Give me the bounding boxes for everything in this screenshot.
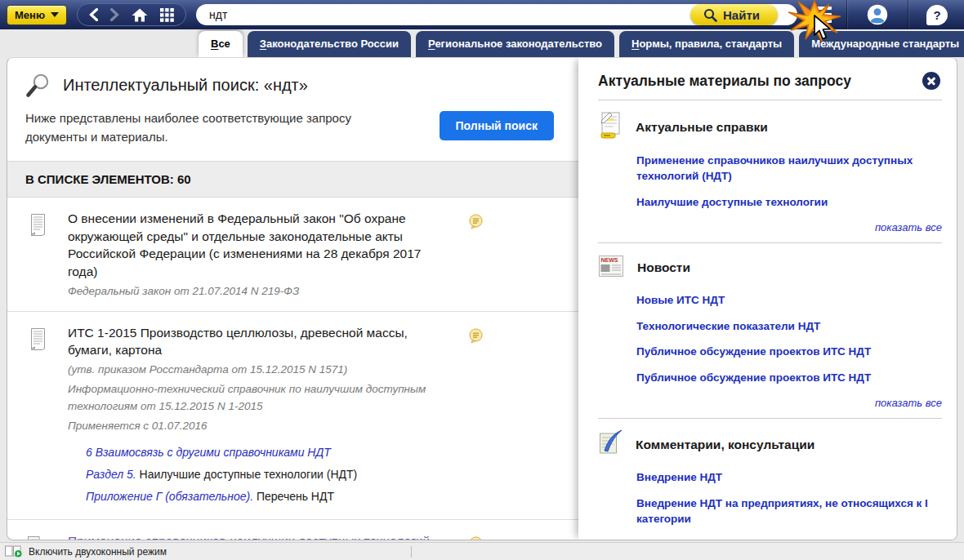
magnifier-icon	[25, 73, 51, 98]
result-sublinks: 6 Взаимосвязь с другими справочниками НД…	[86, 442, 452, 509]
panel-section: NEWSНовостиНовые ИТС НДТТехнологические …	[598, 242, 942, 410]
topbar: Меню Найти	[0, 0, 964, 29]
result-body: Применение справочников наилучших доступ…	[68, 532, 452, 540]
chevron-down-icon	[51, 12, 59, 17]
search-results-column: Интеллектуальный поиск: «ндт» Ниже предс…	[7, 58, 578, 540]
result-meta: (утв. приказом Росстандарта от 15.12.201…	[68, 362, 452, 379]
panel-link[interactable]: Наилучшие доступные технологии	[636, 195, 942, 211]
result-sublink: Раздел 5. Наилучшие доступные технологии…	[86, 464, 452, 486]
help-glyph: ?	[933, 8, 940, 22]
search-head: Интеллектуальный поиск: «ндт» Ниже предс…	[7, 58, 578, 146]
tab-4[interactable]: Международные стандарты	[799, 31, 964, 57]
topbar-divider	[908, 0, 908, 29]
search-subtitle: Ниже представлены наиболее соответствующ…	[25, 109, 385, 146]
panel-link[interactable]: Публичное обсуждение проектов ИТС НДТ	[636, 344, 942, 360]
copies-icon	[7, 532, 68, 540]
tab-3[interactable]: Нормы, правила, стандарты	[619, 31, 794, 57]
comment-icon[interactable]	[468, 536, 484, 540]
result-title[interactable]: Применение справочников наилучших доступ…	[68, 532, 452, 540]
result-meta: Информационно-технический справочник по …	[68, 381, 452, 416]
page-title: Интеллектуальный поиск: «ндт»	[63, 76, 308, 95]
result-list: О внесении изменений в Федеральный закон…	[7, 198, 578, 540]
comment-cell	[452, 210, 499, 300]
statusbar-divider	[411, 546, 412, 558]
svg-text:NEWS: NEWS	[601, 257, 618, 263]
result-sublink-rest: Наилучшие доступные технологии (НДТ)	[136, 468, 358, 481]
result-title[interactable]: О внесении изменений в Федеральный закон…	[68, 210, 452, 281]
find-button[interactable]: Найти	[690, 4, 778, 25]
list-item: Применение справочников наилучших доступ…	[7, 520, 578, 540]
result-meta: Федеральный закон от 21.07.2014 N 219-ФЗ	[68, 283, 452, 300]
result-sublink-rest: Перечень НДТ	[253, 490, 334, 503]
panel-section-head: Актуальные справки	[598, 111, 942, 143]
result-sublink: Приложение Г (обязательное). Перечень НД…	[86, 486, 452, 508]
apps-grid-icon[interactable]	[160, 8, 174, 22]
panel-link[interactable]: Публичное обсуждение проектов ИТС НДТ	[636, 371, 942, 386]
panel-section-title: Комментарии, консультации	[636, 438, 814, 452]
list-count-header: В СПИСКЕ ЭЛЕМЕНТОВ: 60	[7, 161, 578, 198]
home-icon[interactable]	[132, 8, 148, 22]
show-all-link[interactable]: показать все	[598, 397, 942, 409]
panel-title: Актуальные материалы по запросу	[598, 73, 851, 90]
user-profile-icon[interactable]	[857, 4, 898, 25]
menu-button-label: Меню	[15, 9, 45, 21]
topbar-divider	[846, 0, 847, 29]
panel-link[interactable]: Внедрение НДТ	[636, 470, 942, 486]
panel-link[interactable]: Новые ИТС НДТ	[636, 293, 942, 309]
result-sublink: 6 Взаимосвязь с другими справочниками НД…	[86, 442, 452, 464]
full-search-button[interactable]: Полный поиск	[440, 111, 554, 140]
panel-section-title: Актуальные справки	[636, 120, 768, 135]
statusbar: Включить двухоконный режим	[0, 542, 964, 560]
news-icon: NEWS	[598, 254, 625, 282]
search-icon	[703, 8, 717, 22]
back-icon[interactable]	[89, 8, 98, 21]
dual-window-icon[interactable]	[5, 545, 23, 558]
result-meta: Применяется с 01.07.2016	[68, 418, 452, 435]
panel-section: Комментарии, консультацииВнедрение НДТВн…	[598, 418, 942, 540]
tab-2[interactable]: Региональное законодательство	[416, 31, 614, 57]
comment-icon[interactable]	[468, 328, 484, 509]
statusbar-label[interactable]: Включить двухоконный режим	[29, 546, 167, 558]
panel-section-links: Внедрение НДТВнедрение НДТ на предприяти…	[636, 470, 942, 540]
menu-button[interactable]: Меню	[7, 5, 67, 25]
show-all-link[interactable]: показать все	[598, 221, 942, 233]
document-icon	[7, 324, 68, 509]
panel-section-head: NEWSНовости	[598, 254, 942, 282]
close-icon[interactable]	[922, 72, 940, 90]
nav-group	[77, 3, 186, 26]
find-button-label: Найти	[723, 8, 760, 22]
hamburger-menu-icon[interactable]	[807, 7, 837, 23]
comment-cell	[452, 324, 499, 509]
panel-section-links: Новые ИТС НДТТехнологические показатели …	[636, 293, 942, 387]
document-icon	[7, 210, 68, 300]
help-icon[interactable]: ?	[926, 5, 948, 25]
panel-section-title: Новости	[637, 260, 690, 275]
panel-link[interactable]: Внедрение НДТ на предприятиях, не относя…	[636, 496, 942, 527]
tab-all[interactable]: Все	[199, 31, 243, 57]
reference-icon	[598, 111, 623, 143]
panel-link[interactable]: Технологические показатели НДТ	[636, 319, 942, 335]
forward-icon[interactable]	[110, 8, 119, 21]
tabs-row: ВсеЗаконодательство РоссииРегиональное з…	[0, 29, 964, 57]
result-title[interactable]: ИТС 1-2015 Производство целлюлозы, древе…	[68, 324, 452, 359]
result-sublink-link[interactable]: 6 Взаимосвязь с другими справочниками НД…	[86, 446, 331, 459]
panel-link[interactable]: Применение справочников наилучших доступ…	[636, 153, 942, 184]
comments-icon	[598, 429, 623, 460]
result-sublink-link[interactable]: Приложение Г (обязательное).	[86, 490, 253, 503]
content-card: Интеллектуальный поиск: «ндт» Ниже предс…	[7, 57, 957, 540]
panel-section-head: Комментарии, консультации	[598, 429, 942, 460]
tab-1[interactable]: Законодательство России	[248, 31, 411, 57]
result-body: ИТС 1-2015 Производство целлюлозы, древе…	[68, 324, 452, 509]
panel-section: Актуальные справкиПрименение справочнико…	[598, 100, 942, 233]
panel-sections: Актуальные справкиПрименение справочнико…	[578, 100, 957, 540]
related-materials-panel: Актуальные материалы по запросу Актуальн…	[578, 58, 957, 540]
panel-section-links: Применение справочников наилучших доступ…	[636, 153, 942, 211]
search-area: Найти	[196, 4, 797, 25]
result-body: О внесении изменений в Федеральный закон…	[68, 210, 452, 300]
comment-cell	[452, 532, 499, 540]
list-item: О внесении изменений в Федеральный закон…	[7, 198, 578, 312]
result-sublink-link[interactable]: Раздел 5.	[86, 468, 136, 481]
panel-link[interactable]: Опубликован Словарь-справочник терминов …	[636, 538, 942, 540]
comment-icon[interactable]	[468, 214, 484, 300]
list-item: ИТС 1-2015 Производство целлюлозы, древе…	[7, 312, 578, 520]
